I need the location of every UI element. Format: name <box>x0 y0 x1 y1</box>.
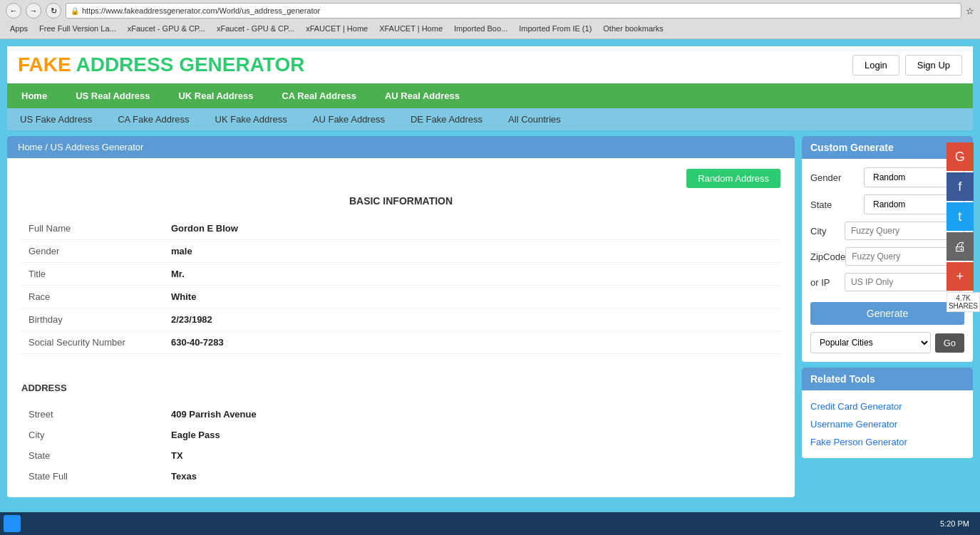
bm-8[interactable]: Other bookmarks <box>599 23 667 34</box>
table-row: Birthday 2/23/1982 <box>21 308 780 331</box>
related-link-fake-person[interactable]: Fake Person Generator <box>810 433 964 451</box>
star-icon[interactable]: ☆ <box>966 6 974 16</box>
gender-row: Gender Random Male Female <box>810 167 964 187</box>
bm-7[interactable]: Imported From IE (1) <box>515 23 596 34</box>
table-row: Gender male <box>21 240 780 263</box>
random-btn-row: Random Address <box>21 169 780 188</box>
state-label: State <box>810 199 864 210</box>
share-count: 4.7K SHARES <box>947 292 980 312</box>
field-label: Full Name <box>21 217 164 240</box>
address-section-title: ADDRESS <box>21 379 780 397</box>
field-value: 2/23/1982 <box>164 308 780 331</box>
shares-label: SHARES <box>949 302 978 310</box>
or-ip-label: or IP <box>810 277 845 288</box>
logo-fake: FAKE <box>18 53 71 76</box>
field-label: Birthday <box>21 308 164 331</box>
signup-button[interactable]: Sign Up <box>905 55 962 76</box>
go-button[interactable]: Go <box>935 333 964 353</box>
generate-button[interactable]: Generate <box>810 302 964 325</box>
field-value: 630-40-7283 <box>164 331 780 354</box>
city-label: City <box>810 226 845 237</box>
login-button[interactable]: Login <box>852 55 899 76</box>
gender-label: Gender <box>810 172 864 183</box>
field-value: Texas <box>164 466 780 487</box>
subnav-us-fake[interactable]: US Fake Address <box>7 108 105 130</box>
site-logo: FAKE ADDRESS GENERATOR <box>18 53 304 76</box>
table-row: Street 409 Parrish Avenue <box>21 404 780 425</box>
bm-5[interactable]: XFAUCET | Home <box>375 23 447 34</box>
popular-cities-select[interactable]: Popular Cities <box>810 332 931 353</box>
field-value: Mr. <box>164 263 780 286</box>
breadcrumb-home[interactable]: Home <box>18 142 43 152</box>
nav-us-real[interactable]: US Real Address <box>61 83 164 108</box>
back-button[interactable]: ← <box>6 3 21 19</box>
subnav-uk-fake[interactable]: UK Fake Address <box>202 108 300 130</box>
address-section: ADDRESS Street 409 Parrish Avenue City E… <box>7 379 795 497</box>
table-row: State Full Texas <box>21 466 780 487</box>
subnav-au-fake[interactable]: AU Fake Address <box>300 108 398 130</box>
table-row: Race White <box>21 286 780 308</box>
social-bar: G f t 🖨 + 4.7K SHARES <box>947 142 980 312</box>
table-row: Social Security Number 630-40-7283 <box>21 331 780 354</box>
field-label: City <box>21 425 164 445</box>
ip-row: or IP <box>810 273 964 291</box>
print-button[interactable]: 🖨 <box>947 232 974 261</box>
bookmarks-bar: Apps Free Full Version La... xFaucet - G… <box>6 21 974 36</box>
related-tools-panel: Related Tools Credit Card Generator User… <box>802 368 973 458</box>
bm-2[interactable]: xFaucet - GPU & CP... <box>123 23 210 34</box>
address-table: Street 409 Parrish Avenue City Eagle Pas… <box>21 404 780 487</box>
city-row: City <box>810 222 964 240</box>
field-value: TX <box>164 445 780 466</box>
related-link-username[interactable]: Username Generator <box>810 415 964 433</box>
table-row: Full Name Gordon E Blow <box>21 217 780 240</box>
nav-home[interactable]: Home <box>7 83 61 108</box>
bm-3[interactable]: xFaucet - GPU & CP... <box>212 23 299 34</box>
subnav-de-fake[interactable]: DE Fake Address <box>398 108 495 130</box>
state-row: State Random <box>810 194 964 214</box>
field-label: Gender <box>21 240 164 263</box>
refresh-button[interactable]: ↻ <box>46 3 61 19</box>
field-value: White <box>164 286 780 308</box>
zipcode-label: ZipCode <box>810 251 845 262</box>
lock-icon: 🔒 <box>71 7 79 15</box>
browser-chrome: ← → ↻ 🔒 https://www.fakeaddressgenerator… <box>0 0 980 39</box>
table-row: Title Mr. <box>21 263 780 286</box>
forward-button[interactable]: → <box>26 3 41 19</box>
add-button[interactable]: + <box>947 262 974 291</box>
popular-cities-row: Popular Cities Go <box>810 332 964 353</box>
nav-au-real[interactable]: AU Real Address <box>371 83 474 108</box>
bm-6[interactable]: Imported Boo... <box>450 23 512 34</box>
table-row: State TX <box>21 445 780 466</box>
field-label: Social Security Number <box>21 331 164 354</box>
nav-ca-real[interactable]: CA Real Address <box>267 83 371 108</box>
field-value: Eagle Pass <box>164 425 780 445</box>
basic-info-title: BASIC INFORMATION <box>21 195 780 207</box>
bm-4[interactable]: xFAUCET | Home <box>301 23 372 34</box>
twitter-button[interactable]: t <box>947 202 974 231</box>
google-plus-icon: G <box>955 150 965 165</box>
random-address-button[interactable]: Random Address <box>686 169 780 188</box>
bm-1[interactable]: Free Full Version La... <box>35 23 120 34</box>
breadcrumb: Home / US Address Generator <box>7 136 795 158</box>
google-plus-button[interactable]: G <box>947 142 974 171</box>
bm-apps[interactable]: Apps <box>6 23 32 34</box>
browser-nav: ← → ↻ 🔒 https://www.fakeaddressgenerator… <box>6 3 974 19</box>
table-row: City Eagle Pass <box>21 425 780 445</box>
facebook-button[interactable]: f <box>947 172 974 201</box>
nav-uk-real[interactable]: UK Real Address <box>164 83 267 108</box>
zipcode-row: ZipCode <box>810 247 964 266</box>
plus-icon: + <box>956 269 964 284</box>
count-value: 4.7K <box>956 294 971 302</box>
subnav-ca-fake[interactable]: CA Fake Address <box>105 108 202 130</box>
url-text: https://www.fakeaddressgenerator.com/Wor… <box>82 6 320 15</box>
basic-info-table: Full Name Gordon E Blow Gender male Titl… <box>21 217 780 354</box>
subnav-all-countries[interactable]: All Countries <box>495 108 574 130</box>
related-link-credit-card[interactable]: Credit Card Generator <box>810 398 964 415</box>
facebook-icon: f <box>958 180 961 194</box>
print-icon: 🖨 <box>954 239 966 254</box>
field-label: State Full <box>21 466 164 487</box>
field-value: Gordon E Blow <box>164 217 780 240</box>
url-bar[interactable]: 🔒 https://www.fakeaddressgenerator.com/W… <box>66 3 961 19</box>
breadcrumb-separator: / <box>45 142 48 152</box>
related-tools-header: Related Tools <box>802 368 973 390</box>
